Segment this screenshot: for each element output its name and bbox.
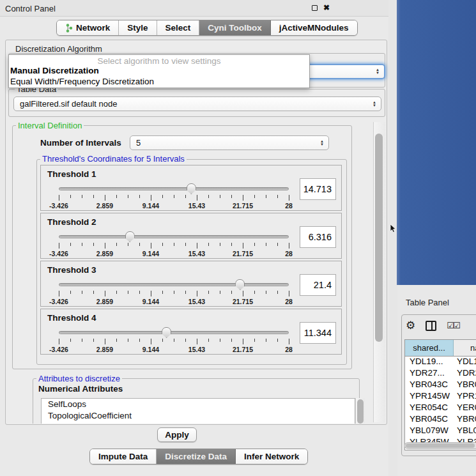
tab-discretize-data[interactable]: Discretize Data — [157, 449, 236, 464]
table-row[interactable]: YBR043CYBR0 — [405, 380, 476, 391]
interval-definition-label: Interval Definition — [16, 121, 84, 130]
popup-prompt: Select algorithm to view settings — [9, 55, 309, 66]
attributes-group: Numerical Attributes SelfLoopsTopologica… — [33, 378, 360, 424]
tab-style[interactable]: Style — [119, 20, 157, 35]
cell-name: YPR1 — [454, 391, 476, 403]
table-row[interactable]: YBR045CYBR0 — [405, 414, 476, 426]
table-header-row: shared... na — [405, 340, 476, 357]
slider-tick — [197, 195, 197, 201]
popup-item-equal-width[interactable]: Equal Width/Frequency Discretization — [9, 77, 309, 88]
table-row[interactable]: YDL19...YDL1 — [405, 357, 476, 368]
apply-button[interactable]: Apply — [157, 427, 197, 442]
table-row[interactable]: YDR27...YDR2 — [405, 368, 476, 380]
slider-tick-label: -3.426 — [49, 346, 68, 353]
threshold-slider[interactable]: -3.4262.8599.14415.4321.71528 — [59, 230, 289, 258]
slider-tick — [208, 291, 209, 294]
column-header-shared[interactable]: shared... — [405, 340, 454, 356]
threshold-value-field[interactable]: 6.316 — [300, 226, 336, 248]
threshold-panel: Threshold 2-3.4262.8599.14415.4321.71528… — [40, 213, 342, 259]
slider-tick — [231, 291, 232, 294]
slider-track[interactable] — [59, 283, 289, 286]
table-body: YDL19...YDL1YDR27...YDR2YBR043CYBR0YPR14… — [405, 357, 476, 450]
cyni-toolbox-content: Discretization Algorithm ▲▼ Select algor… — [5, 40, 387, 425]
float-window-icon[interactable] — [312, 5, 318, 11]
num-intervals-combo[interactable]: 5 ▲▼ — [130, 135, 329, 150]
attributes-scrollbar[interactable] — [355, 398, 365, 424]
slider-tick — [185, 339, 186, 342]
columns-icon[interactable] — [426, 321, 436, 331]
slider-thumb[interactable] — [162, 327, 171, 338]
slider-tick — [70, 339, 71, 342]
slider-track[interactable] — [59, 235, 289, 238]
threshold-slider[interactable]: -3.4262.8599.14415.4321.71528 — [59, 278, 289, 306]
threshold-slider[interactable]: -3.4262.8599.14415.4321.71528 — [59, 326, 289, 354]
slider-track[interactable] — [59, 187, 289, 190]
slider-thumb[interactable] — [235, 279, 245, 290]
slider-track[interactable] — [59, 331, 289, 334]
table-data-combo-value: galFiltered.sif default node — [14, 99, 371, 109]
slider-tick-label: 2.859 — [96, 202, 113, 210]
close-icon[interactable]: ✖ — [323, 4, 330, 11]
attribute-list-item[interactable]: BetweennessCentrality — [42, 422, 355, 424]
table-toolbar: ⚙ ☑☑ — [406, 320, 459, 331]
slider-tick-label: 15.43 — [188, 250, 205, 257]
slider-tick — [82, 243, 82, 246]
threshold-value-field[interactable]: 21.4 — [300, 274, 336, 296]
slider-tick — [70, 243, 71, 246]
table-row[interactable]: YPR145WYPR1 — [405, 391, 476, 403]
combo-stepper-icon: ▲▼ — [318, 140, 328, 146]
threshold-value-field[interactable]: 14.713 — [300, 178, 336, 200]
slider-tick — [174, 243, 174, 246]
slider-thumb[interactable] — [187, 183, 196, 194]
table-horizontal-scrollbar[interactable] — [404, 442, 476, 449]
slider-tick — [208, 195, 209, 198]
slider-tick — [220, 243, 220, 246]
table-data-combo[interactable]: galFiltered.sif default node ▲▼ — [13, 96, 381, 111]
checkboxes-icon[interactable]: ☑☑ — [447, 321, 459, 330]
slider-tick-label: 21.715 — [233, 298, 253, 305]
slider-tick — [185, 243, 186, 246]
cell-name: YDL1 — [454, 357, 476, 368]
cell-name: YBL0 — [454, 426, 476, 437]
network-window-frame: GAL80GACGAL11GAL4GCY1HHAP2 — [397, 0, 476, 285]
threshold-label: Threshold 1 — [47, 169, 96, 179]
slider-tick — [82, 339, 82, 342]
slider-tick-label: -3.426 — [49, 202, 68, 210]
attribute-list-item[interactable]: SelfLoops — [42, 399, 355, 410]
slider-tick — [70, 291, 71, 294]
tab-jactivemnodules[interactable]: jActiveMNodules — [271, 20, 357, 35]
panel-scrollbar[interactable] — [373, 122, 385, 422]
slider-thumb[interactable] — [125, 231, 135, 242]
popup-item-manual[interactable]: Manual Discretization — [9, 66, 309, 77]
tab-select[interactable]: Select — [157, 20, 200, 35]
slider-tick — [208, 339, 209, 342]
tab-cyni-toolbox[interactable]: Cyni Toolbox — [199, 20, 271, 35]
threshold-value-field[interactable]: 11.344 — [300, 322, 336, 344]
node-table: shared... na YDL19...YDL1YDR27...YDR2YBR… — [404, 339, 476, 450]
tab-network[interactable]: Network — [57, 20, 119, 35]
numerical-attributes-list[interactable]: SelfLoopsTopologicalCoefficientBetweenne… — [41, 398, 355, 424]
threshold-slider[interactable]: -3.4262.8599.14415.4321.71528 — [59, 182, 289, 210]
slider-tick — [185, 291, 186, 294]
cell-shared-name: YER054C — [405, 403, 454, 414]
slider-tick — [116, 291, 117, 294]
slider-tick — [266, 291, 266, 294]
tab-impute-data[interactable]: Impute Data — [90, 449, 157, 464]
panel-divider[interactable] — [388, 0, 397, 476]
column-header-name[interactable]: na — [454, 340, 476, 356]
num-intervals-label: Number of Intervals — [40, 138, 121, 148]
table-row[interactable]: YBL079WYBL0 — [405, 426, 476, 437]
slider-tick-label: 21.715 — [233, 250, 253, 257]
slider-tick — [231, 339, 232, 342]
slider-tick — [174, 339, 174, 342]
slider-tick — [289, 291, 289, 296]
slider-tick — [128, 339, 128, 342]
cell-name: YDR2 — [454, 368, 476, 380]
slider-tick — [128, 291, 128, 294]
table-row[interactable]: YER054CYER0 — [405, 403, 476, 414]
attribute-list-item[interactable]: TopologicalCoefficient — [42, 410, 355, 422]
gear-icon[interactable]: ⚙ — [406, 320, 415, 331]
slider-tick — [277, 291, 278, 294]
tab-infer-network[interactable]: Infer Network — [236, 449, 307, 464]
slider-tick — [277, 243, 278, 246]
